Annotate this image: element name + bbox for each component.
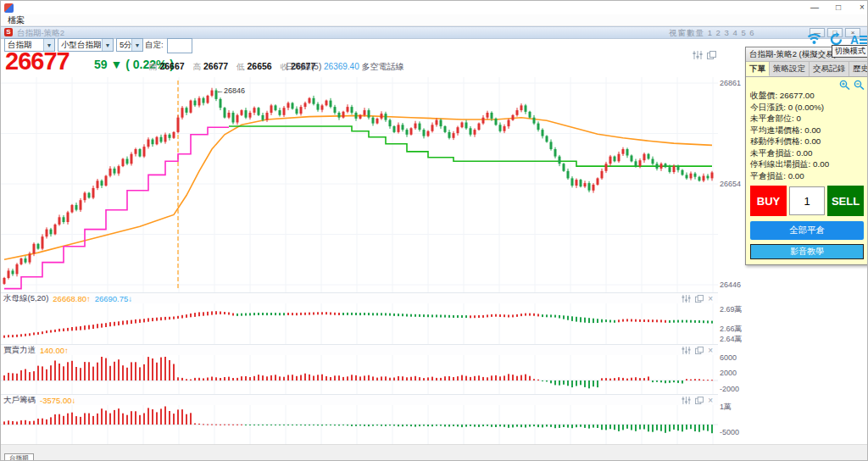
close-panel-icon[interactable]: × <box>708 396 713 405</box>
tab-backtest[interactable]: 歷史回測 <box>849 62 868 76</box>
indicator-settings-icon[interactable] <box>682 347 691 354</box>
jelly-title: 水母線(5,20) <box>3 293 48 304</box>
window-count-4[interactable]: 4 <box>732 28 737 37</box>
order-panel: 切換模式 台指期-策略2 (模擬交易) 下單 策略設定 交易記錄 歷史回測 <box>745 47 868 265</box>
field-close-price: 收盤價: 26677.00 <box>750 90 864 102</box>
app-icon <box>4 3 14 13</box>
main-price-chart[interactable]: ←26846 <box>1 77 718 292</box>
y-axis-label: 2.69萬 <box>720 304 743 315</box>
indicator-settings-icon[interactable] <box>693 51 703 59</box>
jelly-value-fast: 26668.80↑ <box>53 294 90 303</box>
sell-button[interactable]: SELL <box>827 186 864 216</box>
chart-window-icon: S <box>4 28 13 36</box>
zoom-in-icon[interactable] <box>839 80 850 90</box>
close-panel-icon[interactable]: × <box>708 294 713 303</box>
menu-bar: 檔案 <box>1 14 868 26</box>
jelly-line-panel[interactable]: 水母線(5,20) 26668.80↑ 26690.75↓ × <box>1 292 718 348</box>
buy-button[interactable]: BUY <box>750 186 787 216</box>
high-label: 高 <box>193 62 202 71</box>
tab-strategy-settings[interactable]: 策略設定 <box>770 62 810 76</box>
y-axis-label: 2000 <box>720 369 737 377</box>
window-count-5[interactable]: 5 <box>741 28 746 37</box>
signal-icon[interactable] <box>806 31 822 47</box>
tab-trade-records[interactable]: 交易記錄 <box>810 62 849 76</box>
power-panel-header: 買賣力道 140.00↑ × <box>1 344 718 355</box>
close-icon[interactable]: × <box>852 1 868 14</box>
order-panel-body: 收盤價: 26677.00 今日漲跌: 0 (0.00%) 未平倉部位: 0 平… <box>746 77 868 264</box>
order-panel-tabs: 下單 策略設定 交易記錄 歷史回測 <box>746 62 868 77</box>
y-axis-label: 2.64萬 <box>720 334 743 345</box>
zoom-out-icon[interactable] <box>854 80 865 90</box>
jelly-value-slow: 26690.75↓ <box>95 294 132 303</box>
ma-info: 日均線(5) 26369.40 多空電話線 <box>286 61 404 73</box>
y-axis-label: -2000 <box>720 385 739 393</box>
buy-sell-power-panel[interactable]: 買賣力道 140.00↑ × <box>1 344 718 398</box>
chips-title: 大戶籌碼 <box>3 395 36 406</box>
y-axis-label: 6000 <box>720 353 737 362</box>
quote-header: 26677 59 ▼ ( 0.22% ) 開 26667 高 26677 低 2… <box>1 49 868 77</box>
os-titlebar: — □ × <box>1 1 868 14</box>
indicator-settings-icon[interactable] <box>682 295 691 303</box>
y-axis-label: -5000 <box>720 428 739 436</box>
status-bar: 台指期 <box>1 444 868 461</box>
chips-panel-header: 大戶籌碼 -3575.00↓ × <box>1 394 718 405</box>
menu-file[interactable]: 檔案 <box>8 14 25 25</box>
y-axis-label: 1萬 <box>720 402 732 413</box>
power-value: 140.00↑ <box>40 346 69 355</box>
low-label: 低 <box>236 62 245 71</box>
power-title: 買賣力道 <box>3 345 36 356</box>
open-label: 開 <box>149 62 158 71</box>
change-value: 59 <box>94 58 108 71</box>
ma-value: 26369.40 <box>324 62 359 71</box>
close-panel-icon[interactable]: × <box>708 346 713 355</box>
tab-place-order[interactable]: 下單 <box>746 62 770 76</box>
popout-icon[interactable] <box>707 51 716 59</box>
svg-text:←26846: ←26846 <box>216 86 245 95</box>
mdi-titlebar: S 台指期-策略2 視窗數量 1 2 3 4 5 6 — □ × <box>1 26 868 39</box>
y-axis-label: 26446 <box>720 280 741 289</box>
trade-buttons-row: BUY SELL <box>750 186 864 216</box>
open-value: 26667 <box>159 61 184 71</box>
y-axis-label: 26654 <box>720 180 741 188</box>
video-tutorial-button[interactable]: 影音教學 <box>750 244 864 259</box>
last-price: 26677 <box>5 47 70 75</box>
field-avg-entry-price: 平均進場價格: 0.00 <box>750 125 864 136</box>
quantity-input[interactable] <box>789 186 825 215</box>
jelly-panel-header: 水母線(5,20) 26668.80↑ 26690.75↓ × <box>1 292 718 303</box>
window-count-6[interactable]: 6 <box>749 28 754 37</box>
window-count-1[interactable]: 1 <box>708 28 713 37</box>
minimize-icon[interactable]: — <box>804 1 825 14</box>
low-value: 26656 <box>248 61 272 71</box>
field-day-change: 今日漲跌: 0 (0.00%) <box>750 102 864 114</box>
field-closed-pnl: 平倉損益: 0.00 <box>750 170 864 182</box>
chips-value: -3575.00↓ <box>40 396 75 405</box>
field-trailing-stop-price: 移動停利價格: 0.00 <box>750 136 864 147</box>
field-stop-exit-pnl: 停利線出場損益: 0.00 <box>750 158 864 170</box>
app-window: — □ × 檔案 S 台指期-策略2 視窗數量 1 2 3 4 5 6 — □ … <box>0 0 868 461</box>
window-count-label: 視窗數量 <box>669 28 704 37</box>
indicator-settings-icon[interactable] <box>682 397 691 404</box>
window-count-2[interactable]: 2 <box>716 28 721 37</box>
popout-icon[interactable] <box>695 397 704 404</box>
down-arrow-icon: ▼ <box>110 58 122 71</box>
ma-name: 多空電話線 <box>362 62 404 71</box>
close-all-positions-button[interactable]: 全部平倉 <box>750 221 864 240</box>
field-open-position: 未平倉部位: 0 <box>750 113 864 125</box>
high-value: 26677 <box>203 61 228 71</box>
maximize-icon[interactable]: □ <box>828 1 849 14</box>
field-open-pnl: 未平倉損益: 0.00 <box>750 147 864 159</box>
popout-icon[interactable] <box>695 295 704 303</box>
chart-sheet-tab[interactable]: 台指期 <box>4 453 34 461</box>
switch-mode-button[interactable]: 切換模式 <box>832 45 868 58</box>
window-count-3[interactable]: 3 <box>725 28 730 37</box>
y-axis-label: 26861 <box>720 79 741 87</box>
big-player-chips-panel[interactable]: 大戶籌碼 -3575.00↓ × <box>1 394 718 448</box>
popout-icon[interactable] <box>695 347 704 354</box>
ma-label: 日均線(5) <box>286 62 321 71</box>
